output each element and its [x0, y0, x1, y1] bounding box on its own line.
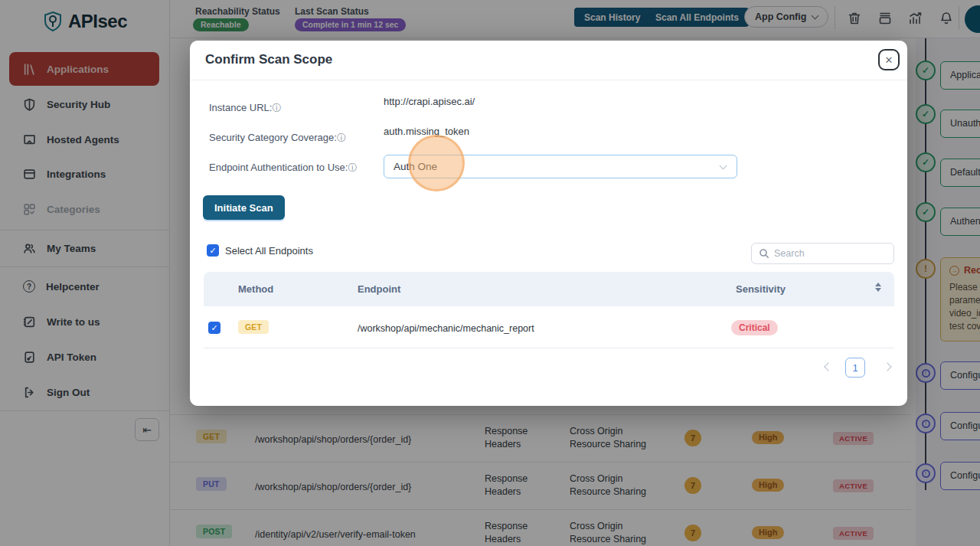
pagination: 1 [190, 358, 894, 378]
info-icon: ⓘ [337, 132, 346, 143]
search-input[interactable] [774, 248, 881, 259]
modal-title: Confirm Scan Scope [205, 52, 332, 67]
prev-page-icon[interactable] [824, 362, 832, 371]
next-page-icon[interactable] [883, 362, 891, 371]
endpoint-path: /workshop/api/mechanic/mechanic_report [358, 323, 534, 334]
auth-select[interactable]: Auth One [384, 155, 737, 178]
info-icon: ⓘ [348, 162, 357, 173]
auth-selected-value: Auth One [394, 161, 437, 172]
modal-table-row[interactable]: ✓ GET /workshop/api/mechanic/mechanic_re… [204, 306, 894, 348]
close-button[interactable]: ✕ [878, 49, 900, 70]
search-box [751, 243, 894, 264]
modal-table-header: Method Endpoint Sensitivity [204, 272, 894, 306]
select-all-wrap: ✓ Select All Endpoints [207, 244, 313, 257]
chevron-down-icon [720, 162, 727, 169]
row-checkbox[interactable]: ✓ [208, 322, 220, 334]
method-badge: GET [238, 320, 269, 334]
auth-label: Endpoint Authentication to Use:ⓘ [209, 162, 357, 175]
sort-icon[interactable] [875, 283, 881, 292]
sensitivity-badge: Critical [731, 320, 778, 335]
select-all-checkbox[interactable]: ✓ [207, 244, 219, 257]
initiate-scan-button[interactable]: Initiate Scan [203, 195, 285, 220]
instance-url-value: http://crapi.apisec.ai/ [384, 96, 475, 107]
confirm-scan-scope-modal: Confirm Scan Scope ✕ Instance URL:ⓘ http… [190, 41, 907, 406]
info-icon: ⓘ [272, 103, 281, 113]
close-icon: ✕ [885, 54, 893, 66]
method-header: Method [238, 283, 273, 295]
modal-header: Confirm Scan Scope ✕ [190, 41, 907, 80]
coverage-label: Security Category Coverage:ⓘ [209, 132, 346, 145]
endpoint-header: Endpoint [358, 283, 400, 295]
coverage-value: auth.missing_token [384, 126, 469, 137]
sensitivity-header: Sensitivity [736, 283, 786, 295]
search-icon [759, 248, 769, 259]
select-all-label: Select All Endpoints [225, 245, 313, 257]
page-number-button[interactable]: 1 [845, 358, 865, 378]
instance-url-label: Instance URL:ⓘ [209, 102, 281, 115]
